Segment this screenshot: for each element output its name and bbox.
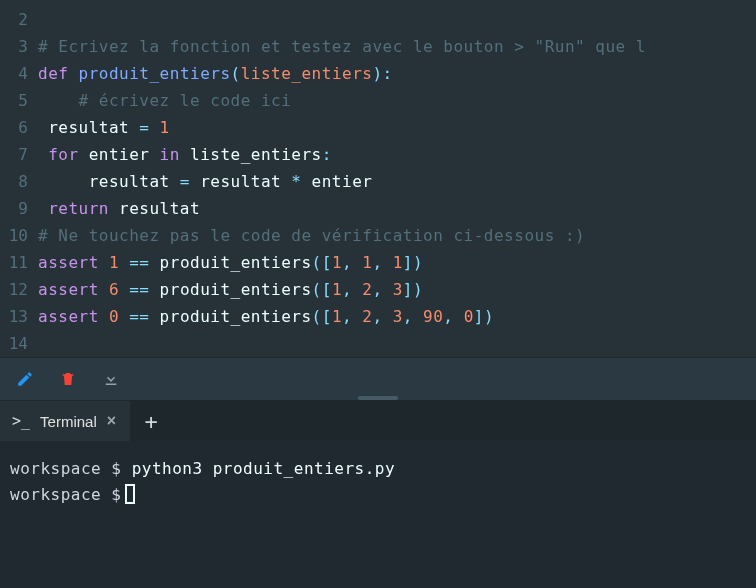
line-content[interactable]: assert 1 == produit_entiers([1, 1, 1])	[30, 253, 423, 272]
line-content[interactable]: def produit_entiers(liste_entiers):	[30, 64, 393, 83]
editor-line[interactable]: 9 return resultat	[0, 195, 756, 222]
editor-line[interactable]: 6 resultat = 1	[0, 114, 756, 141]
line-number: 12	[0, 280, 30, 299]
code-editor[interactable]: 23# Ecrivez la fonction et testez avec l…	[0, 0, 756, 357]
line-content[interactable]: for entier in liste_entiers:	[30, 145, 332, 164]
prompt-symbol: $	[111, 485, 121, 504]
editor-line[interactable]: 4def produit_entiers(liste_entiers):	[0, 60, 756, 87]
editor-line[interactable]: 10# Ne touchez pas le code de vérificati…	[0, 222, 756, 249]
line-number: 13	[0, 307, 30, 326]
panel-tabbar: >_ Terminal × +	[0, 401, 756, 441]
prompt-symbol: $	[111, 459, 121, 478]
line-number: 14	[0, 334, 30, 353]
editor-line[interactable]: 7 for entier in liste_entiers:	[0, 141, 756, 168]
line-content[interactable]: # Ne touchez pas le code de vérification…	[30, 226, 585, 245]
line-number: 5	[0, 91, 30, 110]
terminal-line: workspace $ python3 produit_entiers.py	[10, 455, 746, 481]
prompt-cwd: workspace	[10, 459, 101, 478]
line-number: 4	[0, 64, 30, 83]
terminal-command: python3 produit_entiers.py	[132, 459, 395, 478]
line-content[interactable]: resultat = resultat * entier	[30, 172, 372, 191]
editor-line[interactable]: 13assert 0 == produit_entiers([1, 2, 3, …	[0, 303, 756, 330]
editor-line[interactable]: 2	[0, 6, 756, 33]
panel-resize-handle[interactable]	[358, 396, 398, 400]
line-content[interactable]: # Ecrivez la fonction et testez avec le …	[30, 37, 646, 56]
line-number: 9	[0, 199, 30, 218]
terminal-line: workspace $	[10, 481, 746, 507]
line-content[interactable]: assert 6 == produit_entiers([1, 2, 3])	[30, 280, 423, 299]
add-tab-button[interactable]: +	[131, 401, 171, 441]
editor-line[interactable]: 3# Ecrivez la fonction et testez avec le…	[0, 33, 756, 60]
editor-toolbar	[0, 357, 756, 401]
close-icon[interactable]: ×	[107, 412, 116, 430]
line-number: 11	[0, 253, 30, 272]
line-number: 8	[0, 172, 30, 191]
terminal-cursor	[125, 484, 135, 504]
line-content[interactable]: resultat = 1	[30, 118, 170, 137]
line-number: 6	[0, 118, 30, 137]
line-number: 3	[0, 37, 30, 56]
line-content[interactable]: # écrivez le code ici	[30, 91, 291, 110]
editor-line[interactable]: 8 resultat = resultat * entier	[0, 168, 756, 195]
trash-icon[interactable]	[60, 370, 76, 388]
line-number: 2	[0, 10, 30, 29]
terminal-panel[interactable]: workspace $ python3 produit_entiers.py w…	[0, 441, 756, 588]
tab-label: Terminal	[40, 413, 97, 430]
line-number: 10	[0, 226, 30, 245]
editor-line[interactable]: 11assert 1 == produit_entiers([1, 1, 1])	[0, 249, 756, 276]
download-icon[interactable]	[102, 370, 120, 388]
tab-terminal[interactable]: >_ Terminal ×	[0, 401, 131, 441]
editor-line[interactable]: 5 # écrivez le code ici	[0, 87, 756, 114]
pencil-icon[interactable]	[16, 370, 34, 388]
line-content[interactable]: assert 0 == produit_entiers([1, 2, 3, 90…	[30, 307, 494, 326]
line-content[interactable]: return resultat	[30, 199, 200, 218]
line-number: 7	[0, 145, 30, 164]
terminal-icon: >_	[12, 412, 30, 430]
editor-line[interactable]: 14	[0, 330, 756, 357]
editor-line[interactable]: 12assert 6 == produit_entiers([1, 2, 3])	[0, 276, 756, 303]
prompt-cwd: workspace	[10, 485, 101, 504]
